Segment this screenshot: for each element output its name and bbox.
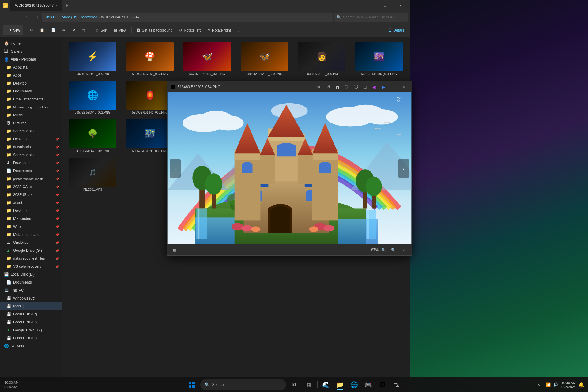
viewer-delete-btn[interactable]: 🗑: [333, 83, 342, 91]
viewer-filmstrip-btn[interactable]: ▤: [171, 246, 178, 254]
minimize-btn[interactable]: —: [363, 0, 377, 11]
details-btn[interactable]: ☰ Details: [385, 25, 408, 35]
file-item[interactable]: 🦋 567160-571455_058.PNG: [179, 40, 235, 77]
photos-btn[interactable]: 🖼: [376, 378, 389, 391]
file-item[interactable]: 🎵 FILE001.MP3: [65, 156, 121, 193]
taskview-btn[interactable]: ⧉: [288, 378, 301, 391]
delete-btn[interactable]: 🗑: [79, 25, 89, 35]
sidebar-item-2023catax[interactable]: 📁 2023-CAtax 📌: [0, 183, 62, 191]
new-btn[interactable]: + + New: [3, 25, 23, 35]
view-btn[interactable]: ⊞ View: [111, 25, 130, 35]
file-item[interactable]: 🍄 562960-567155_057.PNG: [122, 40, 178, 77]
viewer-share-btn[interactable]: □: [361, 83, 369, 91]
search-box[interactable]: 🔍 Search WDR-20240711035047: [334, 13, 408, 22]
edge-btn[interactable]: 🌊: [319, 378, 333, 391]
sidebar-item-aceof[interactable]: 📁 aceof 📌: [0, 199, 62, 207]
sidebar-item-documents[interactable]: 📁 Documents: [0, 87, 62, 95]
sidebar-item-desktop[interactable]: 📁 Desktop: [0, 79, 62, 87]
sidebar-item-data-recov[interactable]: 📁 data recov test files 📌: [0, 254, 62, 262]
sidebar-item-docs3[interactable]: 📄 Documents: [0, 278, 62, 286]
sidebar-item-local-f[interactable]: 💾 Local Disk (F:): [0, 318, 62, 326]
rotate-right-btn[interactable]: ↻ Rotate right: [204, 25, 234, 35]
set-background-btn[interactable]: 🖼 Set as background: [134, 25, 175, 35]
viewer-edit-btn[interactable]: ✏: [315, 83, 323, 91]
breadcrumb-thispc[interactable]: This PC: [45, 15, 58, 19]
sidebar-item-2023ustax[interactable]: 📁 2023US tax 📌: [0, 191, 62, 199]
volume-icon[interactable]: 🔊: [553, 382, 558, 387]
sidebar-item-onedrive[interactable]: ☁ OneDrive 📌: [0, 239, 62, 247]
sidebar-item-alan[interactable]: 👤 Alan - Personal: [0, 55, 62, 63]
viewer-close-btn[interactable]: ×: [399, 83, 408, 91]
rename-btn[interactable]: ✏: [59, 25, 69, 35]
sidebar-item-mx-renders[interactable]: 📁 MX renders 📌: [0, 215, 62, 223]
sidebar-item-more-d[interactable]: 💾 More (D:): [0, 302, 62, 310]
sidebar-item-local-e2[interactable]: 💾 Local Disk (E:): [0, 310, 62, 318]
sidebar-item-music[interactable]: 📁 Music: [0, 111, 62, 119]
clock[interactable]: 10:30 AM 12/5/2024: [561, 381, 576, 389]
viewer-play-btn[interactable]: ▶: [379, 83, 388, 91]
steam-btn[interactable]: 🎮: [362, 378, 375, 391]
search-taskbar[interactable]: 🔍 Search: [200, 379, 286, 390]
notification-btn[interactable]: 🔔: [578, 382, 584, 388]
forward-btn[interactable]: →: [13, 13, 21, 21]
sidebar-item-desktop3[interactable]: 📁 Desktop 📌: [0, 207, 62, 215]
viewer-rotate-btn[interactable]: ↺: [324, 83, 333, 91]
back-btn[interactable]: ←: [3, 13, 11, 21]
sidebar-item-email[interactable]: 📁 Email attachments: [0, 95, 62, 103]
sidebar-item-web[interactable]: 📁 Web 📌: [0, 223, 62, 231]
sidebar-item-pictures[interactable]: 🖼 Pictures: [0, 119, 62, 127]
sidebar-item-desktop-pin[interactable]: 📁 Desktop 📌: [0, 135, 62, 143]
viewer-fit-btn[interactable]: ⤢: [401, 246, 408, 254]
tab-close-btn[interactable]: ×: [55, 4, 57, 7]
breadcrumb-mored[interactable]: More (D:): [62, 15, 77, 19]
sidebar-item-home[interactable]: 🏠 Home: [0, 40, 62, 47]
sidebar-item-this-pc[interactable]: 💻 This PC: [0, 286, 62, 294]
system-tray[interactable]: ∧: [534, 380, 543, 389]
sidebar-item-ms-edge[interactable]: 📁 Microsoft Edge Drop Files: [0, 103, 62, 111]
sidebar-item-screenshots[interactable]: 📁 Screenshots: [0, 127, 62, 135]
breadcrumb-recovered[interactable]: recovered: [81, 15, 97, 19]
viewer-color-btn[interactable]: ◉: [370, 83, 379, 91]
more-btn[interactable]: ...: [235, 25, 244, 35]
cut-btn[interactable]: ✂: [27, 25, 36, 35]
file-item[interactable]: 🦋 580032-585451_059.PNG: [236, 40, 292, 77]
sort-btn[interactable]: ⇅ Sort: [93, 25, 110, 35]
store-btn[interactable]: 🛍: [390, 378, 403, 391]
sidebar-item-windows-c[interactable]: 💾 Windows (C:): [0, 294, 62, 302]
widgets-btn[interactable]: ▦: [302, 378, 315, 391]
file-item[interactable]: 🌆 593160-595787_061.PNG: [351, 40, 407, 77]
viewer-zoom-in-btn[interactable]: 🔍+: [391, 246, 398, 254]
sidebar-item-downloads[interactable]: 📁 downloads 📌: [0, 143, 62, 151]
file-item[interactable]: ⚡ 560216-562956_056.PNG: [65, 40, 121, 77]
viewer-next-btn[interactable]: ›: [398, 159, 409, 178]
start-button[interactable]: [185, 378, 198, 391]
sidebar-item-downloads2[interactable]: ⬇ Downloads 📌: [0, 159, 62, 167]
sidebar-item-apps[interactable]: 📁 Apps: [0, 71, 62, 79]
sidebar-item-network[interactable]: 🌐 Network: [0, 342, 62, 350]
sidebar-item-local-f2[interactable]: 💾 Local Disk (F:): [0, 334, 62, 342]
sidebar-item-meta[interactable]: 📁 Meta resources 📌: [0, 231, 62, 239]
network-icon-sys[interactable]: 📶: [545, 382, 551, 387]
active-tab[interactable]: WDR-20240711035047 ×: [10, 0, 62, 11]
file-explorer-btn[interactable]: 📁: [334, 378, 347, 391]
share-btn[interactable]: ↗: [69, 25, 78, 35]
file-item[interactable]: 🌳 641056-645623_075.PNG: [65, 117, 121, 155]
close-btn[interactable]: ×: [394, 0, 408, 11]
viewer-more-btn[interactable]: ⋯: [388, 83, 397, 91]
viewer-info-btn[interactable]: ⓘ: [352, 83, 360, 91]
sidebar-item-gdrive[interactable]: ▲ Google Drive (G:) 📌: [0, 247, 62, 254]
file-item[interactable]: 🌐 595792-598948_062.PNG: [65, 79, 121, 116]
sidebar-item-vs-data[interactable]: 📁 VS data recovery 📌: [0, 262, 62, 270]
sidebar-item-local-e[interactable]: 💾 Local Disk (E:): [0, 270, 62, 278]
sidebar-item-appdata[interactable]: 📁 AppData: [0, 63, 62, 71]
rotate-left-btn[interactable]: ↺ Rotate left: [176, 25, 204, 35]
viewer-favorite-btn[interactable]: ♡: [342, 83, 351, 91]
sidebar-item-gallery[interactable]: 🖼 Gallery: [0, 47, 62, 55]
file-item[interactable]: 👩 590368-593159_060.PNG: [294, 40, 350, 77]
paste-btn[interactable]: 📄: [48, 25, 59, 35]
copy-btn[interactable]: 📋: [37, 25, 47, 35]
refresh-btn[interactable]: ↻: [32, 13, 41, 21]
new-tab-btn[interactable]: +: [62, 1, 71, 10]
sidebar-item-gdrive2[interactable]: ▲ Google Drive (G:): [0, 326, 62, 334]
breadcrumb[interactable]: This PC › More (D:) › recovered › WDR-20…: [42, 13, 333, 22]
